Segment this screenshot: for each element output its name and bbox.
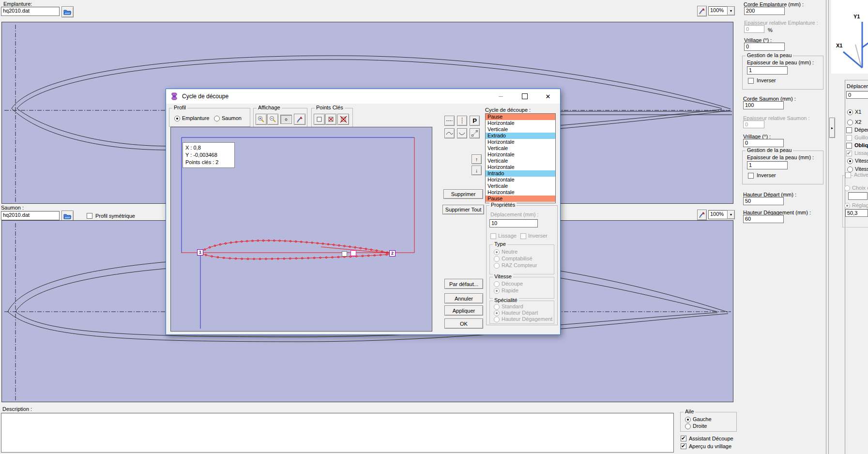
redraw-button-bottom[interactable]: [697, 210, 707, 220]
inverser-checkbox[interactable]: [520, 233, 526, 239]
add-intrado-button[interactable]: [457, 128, 467, 138]
zoom-dropdown-button-top[interactable]: ▼: [727, 6, 735, 15]
epaisseur-peau-input[interactable]: 1: [747, 66, 788, 75]
key-point-marker-2[interactable]: 2: [389, 250, 396, 257]
key-point-marker-1[interactable]: 1: [197, 249, 203, 256]
delete-key-point-button[interactable]: [325, 114, 336, 125]
cycle-list-item[interactable]: Verticale: [486, 183, 555, 189]
zoom-level-field-top[interactable]: 100%: [708, 6, 728, 15]
cycle-list-item[interactable]: Pause: [486, 196, 555, 202]
cycle-list-item[interactable]: Verticale: [486, 145, 555, 151]
epaisseur-rel-saumon-input[interactable]: 0: [743, 121, 764, 128]
corde-emplanture-input[interactable]: 200: [744, 7, 785, 15]
cycle-list-item[interactable]: Extrado: [486, 133, 555, 139]
add-oblique-segment-button[interactable]: [470, 128, 480, 138]
oblique-checkbox[interactable]: [846, 143, 852, 149]
vitesse-decoupe-radio[interactable]: [494, 281, 500, 287]
hauteur-depart-input[interactable]: 50: [743, 197, 784, 205]
move-item-up-button[interactable]: ↑: [472, 154, 482, 164]
maximize-button[interactable]: [517, 89, 533, 104]
saumon-file-input[interactable]: hq2010.dat: [1, 211, 60, 220]
add-key-point-button[interactable]: [314, 114, 325, 125]
reglage-input[interactable]: 50,3: [845, 209, 868, 217]
choix-input[interactable]: [848, 192, 868, 200]
apercu-vrillage-checkbox[interactable]: [681, 443, 686, 449]
cut-path-canvas[interactable]: X : 0,8 Y : -0,003468 Points clés : 2 1 …: [170, 127, 432, 332]
cycle-list-item[interactable]: Horizontale: [486, 189, 555, 196]
supprimer-button[interactable]: Supprimer: [443, 189, 483, 199]
dialog-titlebar[interactable]: Cycle de découpe ✕: [166, 89, 560, 104]
vitesse2-radio[interactable]: [847, 166, 853, 172]
profil-saumon-radio[interactable]: [214, 116, 220, 121]
add-extrado-button[interactable]: [444, 128, 455, 138]
emplanture-file-input[interactable]: hq2010.dat: [1, 7, 60, 16]
vitesse-rapide-radio[interactable]: [494, 288, 500, 294]
deplacement-input[interactable]: 10: [489, 219, 538, 227]
selected-point-marker[interactable]: [342, 251, 347, 257]
par-defaut-button[interactable]: Par défaut...: [444, 279, 483, 289]
hauteur-degagement-input[interactable]: 60: [743, 215, 784, 223]
type-comptabilise-radio[interactable]: [494, 256, 500, 262]
cycle-list-item[interactable]: Horizontale: [486, 120, 555, 126]
aile-droite-radio[interactable]: [685, 424, 691, 429]
inverser-checkbox[interactable]: [748, 78, 754, 84]
cycle-list-item[interactable]: Horizontale: [486, 139, 555, 145]
choix-radio[interactable]: [844, 185, 850, 191]
cycle-list-item[interactable]: Intrado: [486, 170, 555, 177]
specialite-hauteur-depart-radio[interactable]: [494, 310, 500, 316]
vrillage-saumon-input[interactable]: 0: [743, 139, 784, 147]
zoom-out-button[interactable]: [267, 114, 278, 125]
zoom-level-field-bottom[interactable]: 100%: [708, 210, 728, 219]
corde-saumon-input[interactable]: 100: [743, 101, 784, 109]
profil-symetrique-checkbox[interactable]: [87, 213, 92, 219]
lissage-checkbox[interactable]: [490, 233, 496, 239]
cycle-list[interactable]: Pause Horizontale Verticale Extrado Hori…: [485, 113, 556, 203]
dependance-checkbox[interactable]: [846, 127, 852, 133]
cycle-list-item[interactable]: Verticale: [486, 158, 555, 164]
show-points-toggle-button[interactable]: [280, 115, 292, 124]
cycle-list-item[interactable]: Horizontale: [486, 151, 555, 158]
cycle-list-item[interactable]: Horizontale: [486, 177, 555, 183]
cycle-list-item[interactable]: Verticale: [486, 126, 555, 133]
lissage-checkbox[interactable]: [846, 151, 852, 156]
supprimer-tout-button[interactable]: Supprimer Tout: [442, 205, 484, 214]
type-neutre-radio[interactable]: [494, 249, 500, 255]
redraw-button-top[interactable]: [697, 6, 707, 16]
active-checkbox[interactable]: [845, 172, 851, 178]
zoom-dropdown-button-bottom[interactable]: ▼: [727, 210, 735, 219]
panel-expand-button[interactable]: ▸: [829, 118, 835, 138]
delete-all-key-points-button[interactable]: [337, 114, 349, 125]
vrillage-emplanture-input[interactable]: 0: [744, 43, 785, 51]
move-item-down-button[interactable]: ↓: [472, 166, 482, 175]
close-button[interactable]: ✕: [540, 89, 556, 104]
zoom-in-button[interactable]: [256, 114, 267, 125]
type-raz-radio[interactable]: [494, 263, 500, 269]
epaisseur-peau-input[interactable]: 1: [747, 161, 788, 169]
axis-x1-radio[interactable]: [847, 109, 853, 115]
description-textarea[interactable]: [1, 413, 674, 453]
add-vertical-segment-button[interactable]: [457, 116, 467, 126]
axis-x2-radio[interactable]: [847, 120, 853, 125]
specialite-standard-radio[interactable]: [494, 304, 500, 310]
reglage-radio[interactable]: [844, 203, 850, 209]
annuler-button[interactable]: Annuler: [444, 293, 483, 303]
aile-gauche-radio[interactable]: [685, 417, 691, 423]
specialite-hauteur-degagement-radio[interactable]: [494, 317, 500, 322]
redraw-canvas-button[interactable]: [294, 114, 305, 125]
guillotine-checkbox[interactable]: [846, 135, 852, 141]
cycle-list-item[interactable]: Horizontale: [486, 164, 555, 170]
ok-button[interactable]: OK: [444, 318, 483, 329]
vitesse1-radio[interactable]: [847, 158, 853, 164]
add-pause-button[interactable]: P: [470, 116, 480, 126]
deplacement-axis-input[interactable]: 0: [846, 91, 868, 99]
appliquer-button[interactable]: Appliquer: [444, 305, 483, 316]
add-horizontal-segment-button[interactable]: [444, 116, 455, 126]
minimize-button[interactable]: [492, 89, 509, 104]
assistant-decoupe-checkbox[interactable]: [681, 436, 686, 441]
epaisseur-rel-emplanture-input[interactable]: 0: [744, 25, 764, 33]
inverser-checkbox[interactable]: [748, 173, 754, 179]
cycle-list-item[interactable]: Pause: [486, 114, 555, 120]
highlighted-point-marker[interactable]: [350, 250, 356, 256]
profil-emplanture-radio[interactable]: [174, 116, 180, 121]
emplanture-browse-button[interactable]: [61, 6, 74, 17]
